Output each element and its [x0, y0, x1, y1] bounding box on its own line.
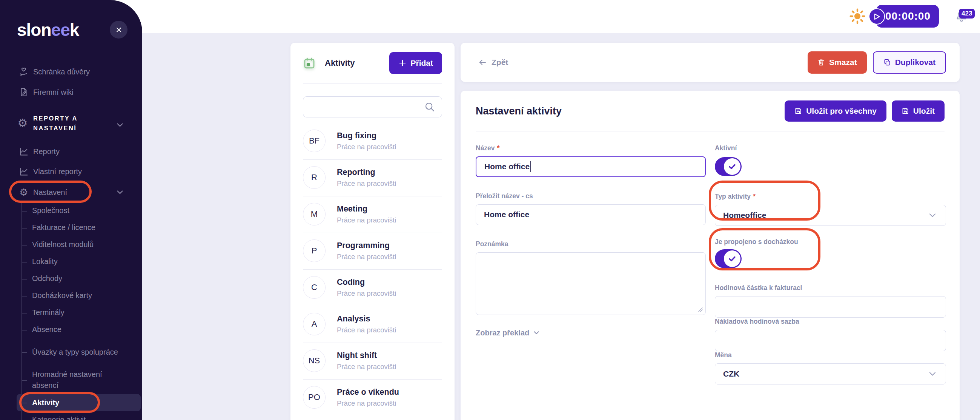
trash-icon: [818, 58, 825, 67]
sidebar-item-absence[interactable]: Absence: [0, 321, 142, 338]
chevron-down-icon: [532, 329, 541, 337]
sidebar-item-firemni-wiki[interactable]: Firemní wiki: [0, 85, 142, 100]
activities-search-input[interactable]: [303, 96, 442, 117]
copy-icon: [883, 59, 891, 66]
notification-count-badge: 423: [959, 9, 975, 19]
poznamka-label: Poznámka: [476, 240, 706, 249]
sidebar-item-label: Firemní wiki: [33, 88, 123, 97]
play-icon: [874, 13, 880, 20]
sidebar-item-vlastni-reporty[interactable]: Vlastní reporty: [0, 164, 142, 179]
activity-settings-card: Nastavení aktivity Uložit pro všechny Ul…: [461, 91, 959, 420]
sidebar-item-odchody[interactable]: Odchody: [0, 270, 142, 287]
sidebar-item-nastaveni[interactable]: ⚙ Nastavení: [0, 185, 142, 200]
sidebar-item-schranka-duvery[interactable]: Schránka důvěry: [0, 64, 142, 79]
hodinova-castka-input[interactable]: [715, 296, 946, 318]
sidebar-item-terminaly[interactable]: Terminály: [0, 304, 142, 321]
nazev-label: Název*: [476, 144, 706, 153]
sidebar-subnav: Společnost Fakturace / licence Viditelno…: [0, 202, 142, 420]
nakladova-sazba-input[interactable]: [715, 330, 946, 351]
activity-row-analysis[interactable]: A Analysis Práce na pracovišti: [290, 306, 455, 343]
mena-select[interactable]: CZK: [715, 363, 946, 385]
sidebar-item-hromadne-nastaveni-absenci[interactable]: Hromadné nastavení absencí: [0, 366, 142, 394]
top-bar: 00:00:00 423: [0, 0, 980, 33]
sun-icon: [849, 8, 866, 24]
required-asterisk: *: [753, 193, 756, 201]
activity-row-night-shift[interactable]: NS Night shift Práce na pracovišti: [290, 343, 455, 379]
activity-row-coding[interactable]: C Coding Práce na pracovišti: [290, 269, 455, 306]
activities-list: BF Bug fixing Práce na pracovišti R Repo…: [290, 123, 455, 416]
je-propojeno-label: Je propojeno s docházkou: [715, 238, 946, 246]
sidebar-item-uvazky-a-typy-spoluprace[interactable]: Úvazky a typy spolupráce: [0, 338, 142, 366]
gear-icon: ⚙: [18, 187, 29, 198]
avatar: C: [303, 276, 326, 299]
activities-list-panel: Aktivity Přidat BF Bug fixing Práce na p…: [290, 43, 455, 420]
activity-row-programming[interactable]: P Programming Práce na pracovišti: [290, 233, 455, 269]
sloneek-logo: sloneek: [17, 20, 79, 40]
aktivni-toggle[interactable]: [715, 157, 741, 176]
avatar: BF: [303, 129, 326, 152]
sidebar-item-reporty[interactable]: Reporty: [0, 144, 142, 159]
text-caret: [530, 161, 531, 172]
check-icon: [728, 162, 737, 171]
timer-value: 00:00:00: [885, 10, 931, 22]
form-left-column: Název* Home office Přeložit název - cs H…: [476, 144, 706, 385]
sidebar: sloneek Schránka důvěry Firemní wiki ⚙ R…: [0, 0, 142, 420]
activity-row-meeting[interactable]: M Meeting Práce na pracovišti: [290, 196, 455, 233]
divider: [303, 83, 442, 84]
sidebar-item-viditelnost-modulu[interactable]: Viditelnost modulů: [0, 236, 142, 253]
timer-play-button[interactable]: [869, 8, 885, 24]
hodinova-castka-label: Hodinová částka k fakturaci: [715, 284, 946, 292]
sidebar-item-aktivity[interactable]: Aktivity: [17, 394, 141, 411]
avatar: PO: [303, 386, 326, 409]
chevron-down-icon: [115, 120, 125, 130]
save-button[interactable]: Uložit: [892, 101, 945, 121]
sidebar-item-dochazkove-karty[interactable]: Docházkové karty: [0, 287, 142, 304]
avatar: A: [303, 313, 326, 335]
save-icon: [902, 107, 909, 115]
je-propojeno-toggle[interactable]: [715, 249, 741, 268]
activity-row-reporting[interactable]: R Reporting Práce na pracovišti: [290, 160, 455, 196]
save-icon: [794, 107, 802, 115]
zobraz-preklad-link[interactable]: Zobraz překlad: [476, 329, 706, 337]
sidebar-item-lokality[interactable]: Lokality: [0, 253, 142, 270]
back-link[interactable]: Zpět: [478, 58, 808, 67]
activity-row-prace-o-vikendu[interactable]: PO Práce o víkendu Práce na pracovišti: [290, 379, 455, 416]
sidebar-section-label: REPORTY ANASTAVENÍ: [33, 113, 109, 133]
mena-label: Měna: [715, 351, 946, 359]
detail-header-card: Zpět Smazat Duplikovat: [461, 43, 959, 82]
delete-button[interactable]: Smazat: [808, 51, 867, 73]
gear-icon: ⚙: [16, 117, 29, 129]
save-for-all-button[interactable]: Uložit pro všechny: [784, 101, 886, 121]
chevron-down-icon: [927, 210, 938, 220]
sidebar-item-label: Vlastní reporty: [33, 167, 123, 176]
nazev-input[interactable]: Home office: [476, 157, 706, 177]
toggle-knob: [724, 251, 740, 267]
avatar: P: [303, 240, 326, 262]
nakladova-sazba-label: Nákladová hodinová sazba: [715, 318, 946, 326]
aktivni-label: Aktivní: [715, 144, 946, 153]
prelozit-nazev-input[interactable]: Home office: [476, 204, 706, 225]
chart-line-icon: [18, 146, 29, 157]
document-edit-icon: [18, 86, 29, 98]
typ-aktivity-select[interactable]: Homeoffice: [715, 205, 946, 226]
sidebar-item-kategorie-aktivit[interactable]: Kategorie aktivit: [0, 411, 142, 420]
activity-row-bug-fixing[interactable]: BF Bug fixing Práce na pracovišti: [290, 123, 455, 160]
chevron-down-icon: [927, 369, 938, 379]
form-title: Nastavení aktivity: [476, 105, 784, 117]
arrow-left-icon: [478, 58, 487, 67]
sidebar-close-button[interactable]: [110, 21, 127, 38]
poznamka-textarea[interactable]: [476, 252, 706, 315]
sidebar-item-spolecnost[interactable]: Společnost: [0, 202, 142, 219]
resize-handle-icon[interactable]: [697, 306, 703, 312]
hand-heart-icon: [18, 66, 29, 77]
duplicate-button[interactable]: Duplikovat: [873, 51, 946, 73]
toggle-knob: [724, 158, 740, 175]
sidebar-item-fakturace-licence[interactable]: Fakturace / licence: [0, 219, 142, 236]
timer-display[interactable]: 00:00:00: [876, 5, 939, 27]
add-activity-button[interactable]: Přidat: [389, 52, 442, 74]
divider: [476, 131, 945, 131]
plus-icon: [398, 59, 407, 67]
check-icon: [728, 254, 737, 263]
chevron-down-icon: [115, 187, 125, 197]
avatar: NS: [303, 350, 326, 372]
